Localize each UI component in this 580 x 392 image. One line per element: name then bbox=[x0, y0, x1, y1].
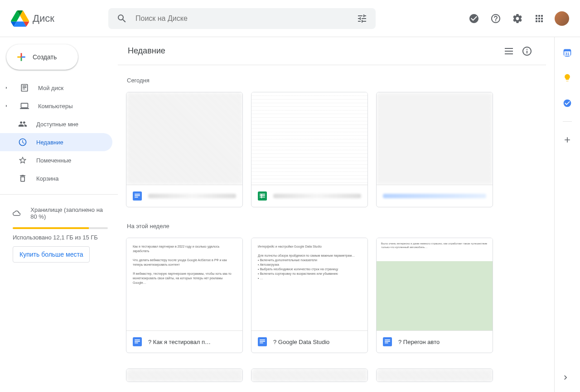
expand-icon[interactable] bbox=[4, 85, 9, 91]
buy-storage-button[interactable]: Купить больше места bbox=[13, 246, 90, 263]
header-actions bbox=[464, 9, 569, 29]
page-title: Недавние bbox=[128, 46, 500, 56]
svg-rect-8 bbox=[135, 341, 140, 342]
thumbnail bbox=[251, 92, 367, 185]
search-input[interactable] bbox=[132, 14, 352, 23]
section-this-week: На этой неделе bbox=[127, 223, 548, 229]
storage-bar-fill bbox=[13, 227, 89, 229]
calendar-icon[interactable]: 31 bbox=[559, 44, 575, 61]
drive-logo-icon bbox=[11, 10, 29, 28]
section-today: Сегодня bbox=[127, 77, 548, 84]
computer-icon bbox=[20, 101, 29, 110]
chevron-right-icon[interactable] bbox=[557, 369, 574, 386]
docs-icon bbox=[133, 337, 142, 346]
expand-icon[interactable] bbox=[4, 103, 9, 109]
thumbnail: Интерфейс и настройки Google Data Studio… bbox=[251, 238, 367, 331]
file-card[interactable] bbox=[251, 368, 368, 382]
svg-text:31: 31 bbox=[565, 52, 570, 56]
nav-starred[interactable]: Помеченные bbox=[0, 151, 112, 169]
thumbnail bbox=[377, 92, 493, 185]
file-card[interactable]: Было очень интересно и даже немного стра… bbox=[376, 238, 493, 353]
help-icon[interactable] bbox=[486, 9, 506, 29]
file-name: ? Как я тестировал п… bbox=[148, 339, 236, 345]
file-card[interactable]: Интерфейс и настройки Google Data Studio… bbox=[251, 238, 368, 353]
docs-icon bbox=[258, 337, 267, 346]
svg-rect-2 bbox=[135, 195, 140, 196]
main-header: Недавние bbox=[118, 37, 546, 65]
file-name-redacted bbox=[383, 194, 486, 198]
list-view-icon[interactable] bbox=[500, 42, 518, 60]
storage-heading[interactable]: Хранилище (заполнено на 80 %) bbox=[13, 206, 108, 220]
side-rail: 31 bbox=[555, 37, 580, 392]
file-name-redacted bbox=[273, 194, 361, 198]
nav-trash[interactable]: Корзина bbox=[0, 169, 112, 187]
storage-section: Хранилище (заполнено на 80 %) Использова… bbox=[0, 206, 118, 263]
file-card[interactable] bbox=[376, 368, 493, 382]
sheets-icon bbox=[258, 191, 267, 201]
nav: Мой диск Компьютеры Доступные мне Недавн… bbox=[0, 79, 118, 187]
file-name-redacted bbox=[148, 194, 236, 198]
svg-rect-13 bbox=[260, 343, 263, 344]
apps-icon[interactable] bbox=[529, 9, 549, 29]
add-icon[interactable] bbox=[559, 132, 575, 148]
star-icon bbox=[18, 156, 27, 165]
trash-icon bbox=[18, 174, 27, 183]
svg-rect-19 bbox=[564, 49, 571, 51]
rail-divider bbox=[563, 121, 572, 122]
svg-rect-3 bbox=[135, 197, 138, 198]
drive-icon bbox=[20, 83, 29, 92]
file-card[interactable] bbox=[376, 92, 493, 207]
docs-icon bbox=[383, 337, 392, 346]
tasks-icon[interactable] bbox=[559, 95, 575, 111]
search-bar[interactable] bbox=[108, 8, 376, 29]
thumbnail: Было очень интересно и даже немного стра… bbox=[377, 238, 493, 331]
storage-bar bbox=[13, 227, 108, 229]
file-name: ? Google Data Studio bbox=[273, 339, 361, 345]
nav-my-drive[interactable]: Мой диск bbox=[0, 79, 112, 97]
thumbnail: Как я тестировал партнерки в 2022 году и… bbox=[126, 238, 242, 331]
info-icon[interactable] bbox=[518, 42, 536, 60]
docs-icon bbox=[133, 191, 142, 201]
main: Недавние Сегодня bbox=[118, 37, 555, 392]
header: Диск bbox=[0, 0, 580, 37]
nav-recent[interactable]: Недавние bbox=[0, 133, 112, 151]
people-icon bbox=[18, 120, 27, 129]
today-grid bbox=[126, 92, 548, 207]
create-label: Создать bbox=[33, 53, 57, 61]
svg-rect-15 bbox=[385, 339, 390, 340]
week-grid: Как я тестировал партнерки в 2022 году и… bbox=[126, 238, 548, 353]
file-card[interactable]: Как я тестировал партнерки в 2022 году и… bbox=[126, 238, 243, 353]
settings-icon[interactable] bbox=[508, 9, 527, 29]
keep-icon[interactable] bbox=[559, 70, 575, 86]
clock-icon bbox=[18, 138, 27, 147]
nav-shared[interactable]: Доступные мне bbox=[0, 115, 112, 133]
svg-rect-7 bbox=[135, 339, 140, 340]
logo-text: Диск bbox=[33, 13, 54, 24]
svg-rect-11 bbox=[260, 339, 265, 340]
more-grid bbox=[126, 368, 548, 382]
svg-rect-1 bbox=[135, 194, 140, 195]
svg-rect-16 bbox=[385, 341, 390, 342]
thumbnail bbox=[126, 92, 242, 185]
sidebar: Создать Мой диск Компьютеры Доступные мн… bbox=[0, 37, 118, 392]
cloud-icon bbox=[13, 209, 20, 218]
file-card[interactable] bbox=[126, 368, 243, 382]
tune-icon[interactable] bbox=[352, 9, 372, 29]
create-button[interactable]: Создать bbox=[6, 44, 78, 70]
nav-computers[interactable]: Компьютеры bbox=[0, 97, 112, 115]
plus-icon bbox=[15, 51, 27, 63]
svg-rect-12 bbox=[260, 341, 265, 342]
account-avatar[interactable] bbox=[555, 11, 569, 26]
logo[interactable]: Диск bbox=[5, 10, 108, 28]
ready-offline-icon[interactable] bbox=[464, 9, 484, 29]
file-card[interactable] bbox=[251, 92, 368, 207]
storage-used-text: Использовано 12,1 ГБ из 15 ГБ bbox=[13, 234, 108, 242]
file-grid-container: Сегодня bbox=[118, 65, 554, 392]
svg-rect-9 bbox=[135, 343, 138, 344]
svg-point-21 bbox=[564, 100, 571, 107]
search-icon[interactable] bbox=[112, 9, 132, 29]
file-card[interactable] bbox=[126, 92, 243, 207]
file-name: ? Перегон авто bbox=[398, 339, 486, 345]
svg-rect-17 bbox=[385, 343, 388, 344]
